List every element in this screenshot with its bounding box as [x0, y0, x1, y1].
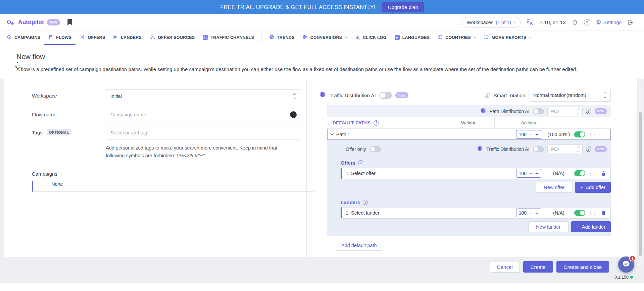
upgrade-plan-button[interactable]: Upgrade plan	[382, 2, 424, 12]
trial-banner: FREE TRIAL. UPGRADE & GET FULL ACCESS IN…	[0, 0, 644, 14]
offer-ai-toggle[interactable]	[533, 146, 544, 152]
paper-plane-icon	[113, 35, 118, 41]
nav-item-campaigns[interactable]: CAMPAIGNS	[3, 31, 44, 45]
nav-item-click-log[interactable]: CLICK LOG	[351, 31, 391, 45]
nav-item-flows[interactable]: FLOWS	[44, 31, 76, 45]
delete-lander-icon[interactable]	[601, 210, 606, 216]
sitemap-icon	[150, 35, 155, 41]
nav-item-more-reports[interactable]: MORE REPORTS	[480, 31, 536, 45]
settings-button[interactable]: ⚙ Settings	[596, 19, 622, 25]
nav-item-offer-sources[interactable]: OFFER SOURCES	[146, 31, 199, 45]
move-up-icon[interactable]: ↑	[589, 210, 592, 216]
weight-input[interactable]: 100 − +	[516, 209, 541, 217]
new-offer-button[interactable]: New offer	[536, 182, 572, 193]
help-icon[interactable]: ?	[586, 147, 591, 152]
optional-badge: OPTIONAL	[47, 129, 71, 135]
lander-enabled-toggle[interactable]	[574, 210, 585, 216]
increase-weight-button[interactable]: +	[535, 171, 539, 176]
increase-weight-button[interactable]: +	[535, 210, 539, 216]
bar-chart-icon	[355, 35, 360, 41]
path-row[interactable]: Path 1 100 − + (100.00%) ↑ ↓	[327, 129, 611, 140]
smart-rotation-select[interactable]: Normal rotation(random)	[529, 89, 611, 102]
delete-offer-icon[interactable]	[601, 170, 606, 176]
decrease-weight-button[interactable]: −	[529, 171, 533, 176]
add-lander-button[interactable]: + Add lander	[571, 221, 611, 232]
smart-rotation-label: Smart rotation	[494, 93, 525, 98]
translate-icon[interactable]: xA	[527, 19, 534, 26]
nav-item-traffic-channels[interactable]: Ad TRAFFIC CHANNELS	[199, 31, 258, 45]
add-default-path-button[interactable]: Add default path	[335, 240, 383, 251]
workspace-select[interactable]: Initial	[106, 89, 300, 103]
nav-item-landers[interactable]: LANDERS	[109, 31, 146, 45]
nav-item-languages[interactable]: A LANGUAGES	[391, 31, 434, 45]
move-down-icon[interactable]: ↓	[594, 131, 596, 137]
help-icon[interactable]: ?	[485, 93, 490, 98]
move-up-icon[interactable]: ↑	[589, 171, 592, 176]
chevron-down-icon[interactable]	[331, 132, 334, 135]
grid-icon	[303, 35, 308, 41]
ad-icon: Ad	[203, 35, 208, 40]
weight-input[interactable]: 100 − +	[516, 130, 541, 139]
nav-divider	[261, 34, 262, 42]
globe-icon	[438, 35, 443, 41]
help-icon[interactable]: ?	[586, 109, 591, 114]
offer-ai-metric-select[interactable]: ROI	[547, 144, 583, 154]
decrease-weight-button[interactable]: −	[529, 210, 533, 216]
chevron-down-icon	[529, 35, 532, 39]
nav-item-countries[interactable]: COUNTRIES	[434, 31, 480, 45]
chat-widget-button[interactable]: 1	[618, 256, 634, 273]
offer-enabled-toggle[interactable]	[574, 170, 585, 176]
help-icon[interactable]: ?	[584, 19, 590, 25]
create-and-close-button[interactable]: Create and close	[556, 261, 609, 273]
help-icon[interactable]: ?	[363, 200, 368, 205]
path-ai-band: Path Distribution AI ROI ? new	[327, 105, 611, 117]
offer-row[interactable]: 1. Select offer 100 − + (N/A)	[341, 168, 611, 179]
traffic-ai-toggle[interactable]	[379, 92, 392, 99]
main-nav: CAMPAIGNS FLOWS OFFERS LANDERS OFFER SOU…	[0, 31, 644, 45]
decrease-weight-button[interactable]: −	[529, 131, 533, 137]
move-up-icon[interactable]: ↑	[589, 131, 592, 137]
notifications-bell-icon[interactable]	[572, 19, 578, 26]
brand-logo[interactable]: ⚙⚙ Autopilot new	[6, 18, 60, 26]
path-ai-metric-select[interactable]: ROI	[547, 107, 583, 116]
lander-row[interactable]: 1. Select lander 100 − + (N/A)	[341, 207, 611, 219]
path-ai-toggle[interactable]	[533, 108, 544, 114]
help-icon[interactable]: ?	[374, 120, 379, 126]
offer-only-toggle[interactable]	[370, 146, 381, 152]
chevron-down-icon	[344, 35, 348, 39]
path-enabled-toggle[interactable]	[574, 131, 585, 137]
actions-column-header: Actions	[502, 120, 555, 125]
flow-form-card: Workspace Initial Flow name	[4, 79, 637, 257]
scrollbar-track[interactable]	[638, 86, 643, 265]
clock-icon	[269, 35, 274, 41]
cancel-button[interactable]: Cancel	[490, 261, 520, 273]
add-offer-button[interactable]: + Add offer	[575, 182, 611, 193]
weight-input[interactable]: 100 − +	[516, 169, 541, 178]
move-down-icon[interactable]: ↓	[594, 171, 596, 176]
new-badge: new	[595, 108, 607, 114]
tags-input[interactable]	[106, 126, 300, 139]
bookmark-icon[interactable]	[67, 19, 72, 25]
landers-section-title: Landers ?	[341, 199, 611, 205]
nav-item-offers[interactable]: OFFERS	[76, 31, 109, 45]
scrollbar-thumb[interactable]	[639, 112, 642, 256]
lander-name: 1. Select lander	[346, 210, 380, 216]
brand-name: Autopilot	[18, 19, 44, 26]
page-description: A flow is a predefined set of campaign d…	[16, 65, 627, 73]
move-down-icon[interactable]: ↓	[594, 210, 596, 216]
help-icon[interactable]: ?	[358, 160, 363, 165]
create-button[interactable]: Create	[523, 261, 553, 273]
flow-name-input[interactable]	[106, 108, 300, 121]
chevron-down-icon[interactable]	[327, 120, 330, 124]
traffic-ai-label: Traffic Distribution AI	[330, 93, 376, 98]
logout-icon[interactable]	[627, 19, 634, 26]
nav-item-trends[interactable]: TRENDS	[265, 31, 299, 45]
plus-icon: +	[580, 184, 583, 190]
new-lander-button[interactable]: New lander	[528, 221, 568, 232]
nav-item-conversions[interactable]: CONVERSIONS	[299, 31, 351, 45]
increase-weight-button[interactable]: +	[535, 131, 539, 137]
workspaces-selector[interactable]: Workspaces (1 of 1)	[462, 17, 521, 28]
gears-icon: ⚙⚙	[6, 18, 15, 26]
color-picker-dot[interactable]	[290, 111, 297, 118]
flow-settings-panel: Workspace Initial Flow name	[4, 79, 307, 257]
